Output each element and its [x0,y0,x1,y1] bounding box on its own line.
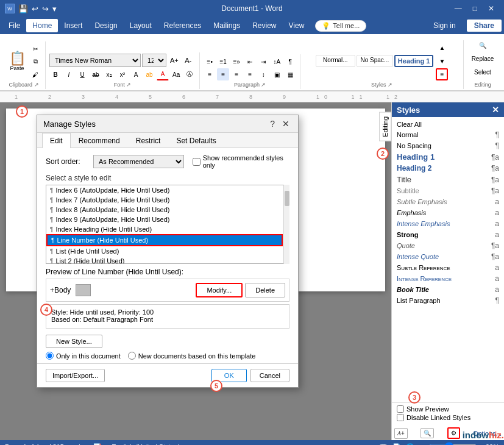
tab-edit[interactable]: Edit [42,133,71,148]
styles-more-button[interactable]: ≡ [436,68,448,80]
disable-linked-check[interactable]: Disable Linked Styles [397,414,499,421]
radio-new-documents[interactable]: New documents based on this template [128,352,256,360]
menu-mailings[interactable]: Mailings [207,19,246,32]
quick-style-heading1[interactable]: Heading 1 [394,55,434,67]
sort-button[interactable]: ↕A [271,55,283,68]
delete-button[interactable]: Delete [245,283,285,297]
font-size-select[interactable]: 12 [142,54,166,67]
align-right-button[interactable]: ≡ [230,68,243,80]
font-name-select[interactable]: Times New Roman [49,54,141,67]
copy-button[interactable]: ⧉ [29,55,41,68]
zoom-slider-input[interactable] [428,442,477,445]
style-item-intense-emphasis[interactable]: Intense Emphasis a [392,218,504,229]
style-item-subtle-reference[interactable]: Subtle Reference a [392,262,504,273]
listbox-item-line-number[interactable]: ¶ Line Number (Hide Until Used) [46,234,283,246]
disable-linked-checkbox[interactable] [397,414,404,421]
listbox-item-index7[interactable]: ¶ Index 7 (AutoUpdate, Hide Until Used) [46,195,283,205]
style-item-no-spacing[interactable]: No Spacing ¶ [392,140,504,151]
radio-new-docs-input[interactable] [128,352,136,360]
share-button[interactable]: Share [467,20,502,32]
shading-button[interactable]: ▣ [271,68,283,80]
cut-button[interactable]: ✂ [29,43,41,55]
style-item-book-title[interactable]: Book Title a [392,284,504,295]
listbox-scroll-thumb[interactable] [285,191,289,206]
show-formatting-button[interactable]: ¶ [284,55,296,68]
styles-panel-close-button[interactable]: ✕ [492,105,499,115]
bullets-button[interactable]: ≡• [204,55,216,68]
align-center-button[interactable]: ≡ [217,68,229,80]
borders-button[interactable]: ▦ [284,68,296,80]
menu-insert[interactable]: Insert [58,19,88,32]
bold-button[interactable]: B [49,68,62,80]
style-item-intense-reference[interactable]: Intense Reference a [392,273,504,284]
menu-design[interactable]: Design [88,19,123,32]
new-style-from-formatting-button[interactable]: 𝐴+ [394,428,408,439]
tell-me-box[interactable]: 💡 Tell me... [315,20,366,32]
quick-style-normal[interactable]: Normal... [316,55,355,67]
style-item-list-paragraph[interactable]: List Paragraph ¶ [392,295,504,306]
numbering-button[interactable]: ≡1 [217,55,229,68]
format-painter-button[interactable]: 🖌 [29,68,41,80]
quick-style-no-spacing[interactable]: No Spac... [357,55,393,67]
listbox-scrollbar[interactable] [283,185,289,264]
view-read-button[interactable]: 📖 [379,443,388,446]
menu-review[interactable]: Review [246,19,282,32]
maximize-button[interactable]: □ [468,3,482,14]
view-web-button[interactable]: 🌐 [406,443,414,446]
modify-button[interactable]: Modify... [196,283,243,297]
close-button[interactable]: ✕ [483,3,499,14]
strikethrough-button[interactable]: ab [90,68,102,80]
style-item-emphasis[interactable]: Emphasis a [392,207,504,218]
subscript-button[interactable]: x₂ [103,68,115,80]
style-item-strong[interactable]: Strong a [392,229,504,240]
style-item-quote[interactable]: Quote ¶a [392,240,504,251]
superscript-button[interactable]: x² [116,68,129,80]
text-effects-button[interactable]: A [130,68,142,80]
quick-save[interactable]: 💾 [18,4,28,13]
listbox-item-index8[interactable]: ¶ Index 8 (AutoUpdate, Hide Until Used) [46,205,283,215]
listbox-item-index9[interactable]: ¶ Index 9 (AutoUpdate, Hide Until Used) [46,215,283,224]
style-item-normal[interactable]: Normal ¶ [392,129,504,140]
menu-layout[interactable]: Layout [124,19,158,32]
dialog-help-button[interactable]: ? [268,119,277,129]
editing-badge[interactable]: Editing [379,112,391,141]
italic-button[interactable]: I [63,68,75,80]
sort-order-select[interactable]: As Recommended [93,155,184,168]
new-style-button[interactable]: New Style... [46,335,102,348]
manage-styles-button[interactable]: ⚙ [447,427,460,439]
style-inspector-button[interactable]: 🔍 [421,428,434,438]
replace-button[interactable]: Replace [467,52,498,65]
import-export-button[interactable]: Import/Export... [46,369,105,382]
show-preview-check[interactable]: Show Preview [397,405,499,413]
sign-in-button[interactable]: Sign in [427,19,462,32]
minimize-button[interactable]: — [450,3,467,14]
show-preview-checkbox[interactable] [397,405,404,413]
radio-only-this-doc[interactable]: Only in this document [46,352,121,360]
tab-set-defaults[interactable]: Set Defaults [168,133,224,148]
style-item-heading2[interactable]: Heading 2 ¶a [392,163,504,174]
style-item-subtitle[interactable]: Subtitle ¶a [392,185,504,196]
menu-file[interactable]: File [2,19,26,32]
paste-button[interactable]: 📋 Paste [6,52,28,71]
quick-customize[interactable]: ▾ [52,4,57,13]
menu-references[interactable]: References [158,19,207,32]
menu-view[interactable]: View [283,19,311,32]
font-color-button[interactable]: A [157,68,169,80]
styles-down-button[interactable]: ▼ [436,55,448,67]
justify-button[interactable]: ≡ [244,68,256,80]
listbox-item-list[interactable]: ¶ List (Hide Until Used) [46,246,283,256]
decrease-font-button[interactable]: A- [182,54,194,66]
tab-restrict[interactable]: Restrict [128,133,169,148]
view-print-button[interactable]: 📄 [392,443,401,446]
show-recommended-check[interactable]: Show recommended styles only [193,154,289,169]
increase-indent-button[interactable]: ⇥ [257,55,269,68]
style-item-subtle-emphasis[interactable]: Subtle Emphasis a [392,196,504,207]
underline-button[interactable]: U [76,68,88,80]
radio-only-doc-input[interactable] [46,352,54,360]
line-spacing-button[interactable]: ↕ [257,68,269,80]
style-item-intense-quote[interactable]: Intense Quote ¶a [392,251,504,262]
align-left-button[interactable]: ≡ [204,68,216,80]
highlight-button[interactable]: ab [143,68,155,80]
listbox-item-list2[interactable]: ¶ List 2 (Hide Until Used) [46,256,283,264]
styles-listbox[interactable]: ¶ Index 6 (AutoUpdate, Hide Until Used) … [46,185,289,264]
